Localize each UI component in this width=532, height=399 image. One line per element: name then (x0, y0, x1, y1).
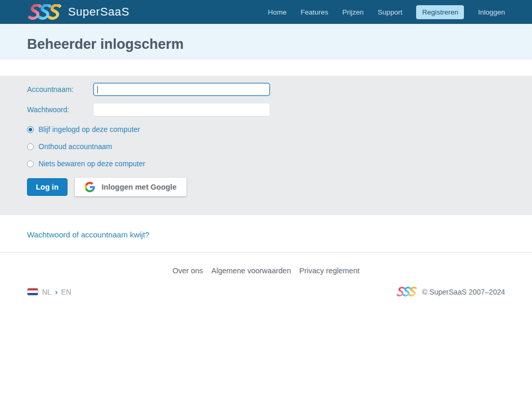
forgot-section: Wachtwoord of accountnaam kwijt? (0, 215, 532, 252)
forgot-password-link[interactable]: Wachtwoord of accountnaam kwijt? (27, 230, 149, 239)
nav-item-home[interactable]: Home (268, 8, 287, 16)
footer-link-privacy[interactable]: Privacy reglement (299, 267, 360, 275)
google-login-button[interactable]: Inloggen met Google (75, 178, 187, 196)
main-nav: Home Features Prijzen Support Registrere… (268, 5, 505, 19)
account-label: Accountnaam: (27, 85, 93, 94)
nav-item-inloggen[interactable]: Inloggen (478, 8, 505, 16)
page-header: Beheerder inlogscherm (0, 24, 532, 60)
radio-label: Blijf ingelogd op deze computer (38, 125, 140, 134)
netherlands-flag-icon[interactable] (27, 288, 38, 296)
account-row: Accountnaam: (27, 83, 505, 96)
google-icon (85, 182, 95, 192)
copyright-text: © SuperSaaS 2007–2024 (422, 288, 505, 296)
password-input[interactable] (93, 103, 270, 116)
page-title: Beheerder inlogscherm (27, 36, 505, 52)
password-label: Wachtwoord: (27, 105, 93, 114)
radio-stay-logged-in[interactable]: Blijf ingelogd op deze computer (27, 125, 505, 134)
button-row: Log in Inloggen met Google (27, 178, 505, 196)
login-button[interactable]: Log in (27, 178, 68, 196)
radio-button[interactable] (27, 143, 34, 150)
lang-current: NL (42, 288, 51, 296)
copyright-group: © SuperSaaS 2007–2024 (396, 287, 505, 297)
nav-item-support[interactable]: Support (378, 8, 402, 16)
radio-button[interactable] (27, 161, 34, 167)
radio-store-nothing[interactable]: Niets bewaren op deze computer (27, 159, 505, 168)
top-navbar: SuperSaaS Home Features Prijzen Support … (0, 0, 532, 24)
footer-bottom-row: NL › EN © SuperSaaS 2007–2024 (0, 275, 532, 297)
language-switcher: NL › EN (27, 288, 71, 296)
google-button-label: Inloggen met Google (102, 183, 177, 191)
footer-links: Over ons Algemene voorwaarden Privacy re… (0, 252, 532, 275)
lang-option-en[interactable]: EN (61, 288, 71, 296)
footer-link-terms[interactable]: Algemene voorwaarden (211, 267, 291, 275)
chevron-right-icon: › (55, 288, 58, 296)
footer: Over ons Algemene voorwaarden Privacy re… (0, 252, 532, 297)
radio-button[interactable] (27, 126, 34, 133)
nav-item-features[interactable]: Features (301, 8, 328, 16)
brand-logo[interactable]: SuperSaaS (27, 4, 129, 20)
radio-remember-account[interactable]: Onthoud accountnaam (27, 142, 505, 151)
brand-name: SuperSaaS (68, 5, 129, 19)
register-button[interactable]: Registreren (416, 5, 464, 19)
supersaas-logo-icon (27, 4, 62, 20)
text-caret (97, 86, 98, 94)
nav-item-prijzen[interactable]: Prijzen (342, 8, 364, 16)
footer-link-about[interactable]: Over ons (172, 267, 203, 275)
remember-options: Blijf ingelogd op deze computer Onthoud … (27, 125, 505, 168)
login-form-panel: Accountnaam: Wachtwoord: Blijf ingelogd … (0, 76, 532, 215)
supersaas-logo-small-icon (396, 287, 417, 297)
radio-label: Niets bewaren op deze computer (38, 159, 145, 168)
radio-label: Onthoud accountnaam (38, 142, 112, 151)
account-input[interactable] (93, 83, 270, 96)
password-row: Wachtwoord: (27, 103, 505, 116)
